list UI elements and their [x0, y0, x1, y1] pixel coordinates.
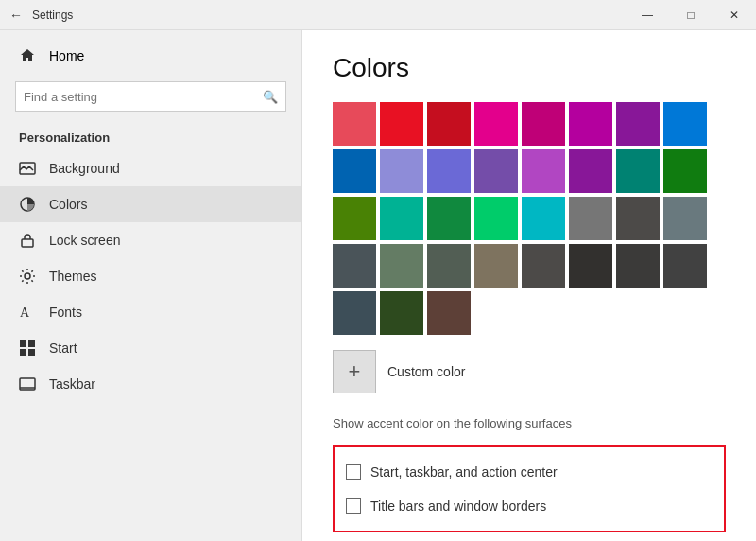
fonts-label: Fonts	[49, 305, 82, 320]
checkbox-start-taskbar[interactable]: Start, taskbar, and action center	[346, 455, 713, 489]
back-button[interactable]: ←	[9, 8, 23, 23]
section-title: Personalization	[0, 119, 301, 150]
lock-icon	[19, 232, 36, 249]
title-bar-left: ← Settings	[9, 8, 73, 23]
color-swatch[interactable]	[427, 197, 471, 240]
color-swatch[interactable]	[333, 244, 376, 288]
color-swatch[interactable]	[474, 197, 518, 240]
svg-rect-2	[22, 239, 33, 247]
themes-icon	[19, 268, 36, 285]
sidebar-item-background[interactable]: Background	[0, 150, 301, 186]
checkbox-start-taskbar-label: Start, taskbar, and action center	[370, 464, 558, 480]
sidebar-item-start[interactable]: Start	[0, 330, 301, 366]
sidebar-item-lock-screen[interactable]: Lock screen	[0, 222, 301, 258]
color-swatch[interactable]	[522, 102, 565, 146]
color-swatch[interactable]	[474, 244, 518, 288]
color-swatch[interactable]	[522, 149, 565, 193]
color-swatch[interactable]	[427, 244, 471, 288]
sidebar-item-fonts[interactable]: A Fonts	[0, 294, 301, 330]
taskbar-icon	[19, 375, 36, 393]
close-button[interactable]: ✕	[713, 0, 756, 30]
color-swatch[interactable]	[522, 244, 565, 288]
accent-options: Start, taskbar, and action center Title …	[333, 445, 726, 532]
checkbox-title-bars[interactable]: Title bars and window borders	[346, 489, 713, 523]
start-icon	[19, 340, 36, 357]
checkbox-title-bars-box[interactable]	[346, 498, 361, 514]
background-icon	[19, 160, 36, 177]
taskbar-label: Taskbar	[49, 376, 95, 392]
color-swatch[interactable]	[427, 102, 471, 146]
sidebar-item-taskbar[interactable]: Taskbar	[0, 366, 301, 402]
maximize-button[interactable]: □	[669, 0, 713, 30]
color-swatch[interactable]	[616, 244, 660, 288]
svg-point-3	[25, 273, 30, 279]
custom-color-label: Custom color	[387, 364, 465, 379]
checkbox-title-bars-label: Title bars and window borders	[370, 498, 546, 514]
custom-color-row: + Custom color	[333, 350, 726, 393]
main-content: Colors + Custom color Show accent color …	[302, 30, 756, 541]
sidebar-item-colors[interactable]: Colors	[0, 186, 301, 222]
color-swatch[interactable]	[333, 149, 376, 193]
svg-rect-6	[28, 340, 35, 347]
colors-label: Colors	[49, 197, 87, 212]
home-label: Home	[49, 48, 84, 63]
color-swatch[interactable]	[522, 197, 565, 240]
fonts-icon: A	[19, 304, 36, 321]
color-swatch[interactable]	[380, 102, 423, 146]
accent-section-title: Show accent color on the following surfa…	[333, 416, 726, 430]
title-bar-title: Settings	[32, 9, 73, 22]
minimize-button[interactable]: —	[626, 0, 669, 30]
color-swatch[interactable]	[333, 102, 376, 146]
sidebar-item-home[interactable]: Home	[0, 38, 301, 74]
color-swatch[interactable]	[427, 149, 471, 193]
app-body: Home 🔍 Personalization Background	[0, 30, 756, 541]
color-swatch[interactable]	[569, 244, 612, 288]
custom-color-button[interactable]: +	[333, 350, 376, 393]
title-bar: ← Settings — □ ✕	[0, 0, 756, 30]
color-swatch[interactable]	[569, 197, 612, 240]
color-swatch[interactable]	[616, 197, 660, 240]
color-swatch[interactable]	[663, 244, 707, 288]
color-swatch[interactable]	[474, 102, 518, 146]
themes-label: Themes	[49, 269, 97, 284]
svg-rect-5	[20, 340, 26, 347]
lock-screen-label: Lock screen	[49, 233, 120, 248]
color-swatch[interactable]	[616, 149, 660, 193]
color-swatch[interactable]	[663, 149, 707, 193]
svg-rect-7	[20, 349, 26, 356]
colors-icon	[19, 196, 36, 213]
color-swatch[interactable]	[380, 244, 423, 288]
title-bar-controls: — □ ✕	[626, 0, 756, 30]
color-swatch[interactable]	[569, 102, 612, 146]
search-icon: 🔍	[263, 90, 278, 104]
svg-rect-8	[28, 349, 35, 356]
color-swatch[interactable]	[333, 291, 376, 335]
background-label: Background	[49, 161, 120, 176]
start-label: Start	[49, 340, 77, 356]
color-swatch[interactable]	[474, 149, 518, 193]
color-swatch[interactable]	[380, 149, 423, 193]
sidebar-item-themes[interactable]: Themes	[0, 258, 301, 294]
color-swatch[interactable]	[663, 102, 707, 146]
color-swatch[interactable]	[616, 102, 660, 146]
search-input[interactable]	[24, 90, 263, 104]
sidebar: Home 🔍 Personalization Background	[0, 30, 302, 541]
color-swatch[interactable]	[380, 291, 423, 335]
svg-text:A: A	[20, 305, 30, 320]
color-swatch[interactable]	[569, 149, 612, 193]
color-swatch[interactable]	[380, 197, 423, 240]
color-swatch[interactable]	[333, 197, 376, 240]
home-icon	[19, 47, 36, 64]
search-box[interactable]: 🔍	[15, 81, 286, 112]
page-title: Colors	[333, 53, 726, 83]
checkbox-start-taskbar-box[interactable]	[346, 464, 361, 480]
color-swatch[interactable]	[427, 291, 471, 335]
color-swatch[interactable]	[663, 197, 707, 240]
color-grid	[333, 102, 726, 335]
